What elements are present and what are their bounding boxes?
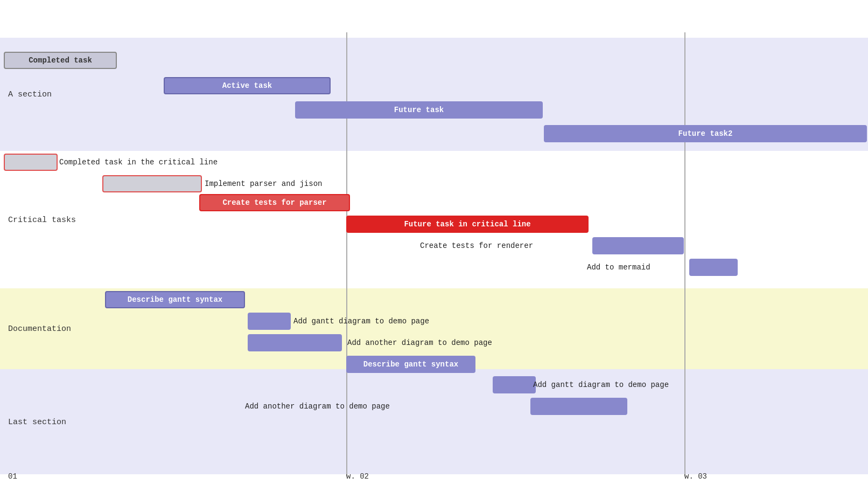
task-bar-create-tests-parser: Create tests for parser: [199, 194, 350, 211]
task-label-add-gantt-demo: Add gantt diagram to demo page: [293, 313, 429, 330]
task-bar-add-another-demo: [248, 334, 342, 351]
task-label-critical-completed: Completed task in the critical line: [59, 154, 218, 171]
gantt-chart: A sectionCritical tasksDocumentationLast…: [0, 0, 868, 498]
task-bar-describe-gantt-syntax2: Describe gantt syntax: [346, 356, 475, 373]
section-label-a-section: A section: [8, 90, 52, 99]
task-label-add-to-mermaid: Add to mermaid: [587, 259, 650, 276]
task-label-implement-parser: Implement parser and jison: [205, 175, 322, 192]
task-label-add-another-demo: Add another diagram to demo page: [347, 334, 492, 351]
task-bar-critical-completed: [4, 154, 58, 171]
task-bar-add-gantt-demo: [248, 313, 291, 330]
axis-label-0: 01: [8, 472, 17, 492]
vline-week03: [684, 32, 685, 476]
task-bar-future-critical: Future task in critical line: [346, 216, 589, 233]
task-label-create-tests-renderer: Create tests for renderer: [420, 237, 533, 254]
section-label-last-section: Last section: [8, 418, 66, 427]
task-bar-create-tests-renderer: [592, 237, 684, 254]
task-label-add-another-demo2: Add another diagram to demo page: [245, 398, 390, 415]
axis-label-2: w. 03: [684, 472, 707, 492]
section-label-critical-tasks: Critical tasks: [8, 216, 76, 225]
task-label-add-gantt-demo2: Add gantt diagram to demo page: [533, 376, 669, 393]
section-bg-last-section: [0, 369, 868, 474]
task-bar-describe-gantt-syntax: Describe gantt syntax: [105, 291, 245, 308]
task-bar-completed-task: Completed task: [4, 52, 117, 69]
chart-title: [0, 0, 868, 15]
task-bar-add-to-mermaid: [689, 259, 738, 276]
task-bar-future-task: Future task: [295, 101, 543, 119]
section-label-documentation: Documentation: [8, 324, 71, 334]
task-bar-implement-parser: [102, 175, 202, 192]
task-bar-active-task: Active task: [164, 77, 331, 94]
axis-label-1: w. 02: [346, 472, 369, 492]
task-bar-future-task2: Future task2: [544, 125, 867, 142]
task-bar-add-gantt-demo2: [493, 376, 536, 393]
task-bar-add-another-demo2: [530, 398, 627, 415]
